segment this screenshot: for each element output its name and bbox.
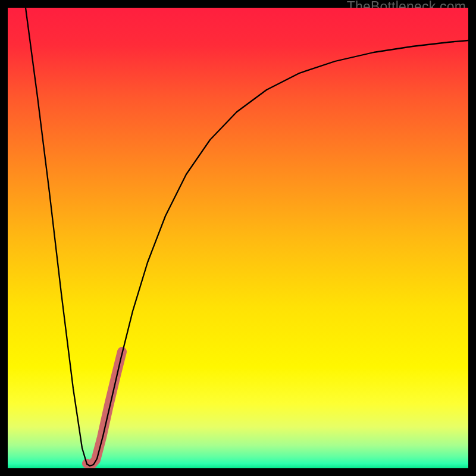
chart-background xyxy=(8,8,468,468)
bottleneck-chart xyxy=(8,8,468,468)
chart-frame: TheBottleneck.com xyxy=(8,8,468,468)
